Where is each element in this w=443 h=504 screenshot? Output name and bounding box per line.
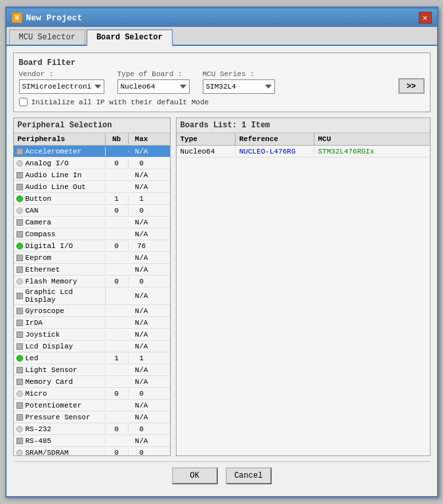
peripheral-max: N/A [129,230,155,239]
peripheral-row[interactable]: Compass N/A [14,228,170,240]
board-filter-section: Board Filter Vendor : SIMicroelectronics… [13,52,431,112]
peripheral-row[interactable]: Accelerometer N/A [14,146,170,158]
peripheral-name: Accelerometer [14,147,106,156]
peripheral-max: N/A [129,291,155,301]
init-ip-checkbox[interactable] [19,98,28,106]
filter-row: Vendor : SIMicroelectronics... Type of B… [19,70,425,94]
peripheral-name: Compass [14,230,106,239]
arrow-button[interactable]: >> [398,78,425,94]
peripheral-title: Peripheral Selection [14,118,170,133]
peripheral-name: Camera [14,218,106,227]
board-mcu: STM32L476RGIx [314,146,430,157]
peripheral-max: N/A [129,330,155,339]
peripheral-name: Audio Line Out [14,182,106,192]
peripheral-panel: Peripheral Selection Peripherals Nb Max … [13,117,171,456]
peripheral-max: 1 [129,354,155,363]
peripheral-row[interactable]: Analog I/O 0 0 [14,158,170,169]
peripheral-row[interactable]: Audio Line Out N/A [14,181,170,193]
peripheral-row[interactable]: Pressure Sensor N/A [14,411,170,423]
bottom-panels: Peripheral Selection Peripherals Nb Max … [13,117,431,456]
peripheral-nb: 0 [106,448,129,456]
ok-button[interactable]: OK [172,467,218,484]
series-select[interactable]: SIM32L4 [203,79,275,94]
tab-mcu-selector[interactable]: MCU Selector [9,30,85,45]
peripheral-max: N/A [129,318,155,327]
gray-indicator [16,160,23,167]
peripheral-nb [106,175,129,176]
peripheral-row[interactable]: Led 1 1 [14,352,170,364]
filter-title: Board Filter [19,58,425,68]
title-bar: N New Project ✕ [7,9,437,27]
vendor-label: Vendor : [19,70,104,78]
tab-board-selector[interactable]: Board Selector [87,30,173,46]
peripheral-row[interactable]: Digital I/O 0 76 [14,240,170,252]
peripheral-max: N/A [129,366,155,375]
cancel-button[interactable]: Cancel [226,467,272,484]
board-reference: NUCLEO-L476RG [236,146,314,157]
peripheral-row[interactable]: Eeprom N/A [14,252,170,264]
peripheral-row[interactable]: Camera N/A [14,217,170,228]
peripheral-max: 0 [129,425,155,434]
peripheral-nb [106,151,129,152]
square-indicator [16,231,23,238]
square-indicator [16,148,23,155]
peripheral-nb [106,369,129,371]
peripheral-row[interactable]: Graphic Lcd Display N/A [14,287,170,305]
gray-indicator [16,390,23,397]
peripheral-name: Potentiometer [14,401,106,410]
peripheral-row[interactable]: Memory Card N/A [14,376,170,388]
peripheral-nb: 0 [106,425,129,434]
peripheral-row[interactable]: SRAM/SDRAM 0 0 [14,447,170,455]
peripheral-row[interactable]: CAN 0 0 [14,205,170,217]
peripheral-row[interactable]: Flash Memory 0 0 [14,276,170,287]
peripheral-nb: 0 [106,159,129,168]
peripheral-max: N/A [129,436,155,446]
peripheral-row[interactable]: Audio Line In N/A [14,169,170,181]
peripheral-max: N/A [129,182,155,192]
content-area: Board Filter Vendor : SIMicroelectronics… [7,46,437,496]
peripheral-nb [106,346,129,347]
peripheral-name: Light Sensor [14,366,106,375]
peripheral-row[interactable]: Joystick N/A [14,329,170,341]
peripheral-row[interactable]: RS-485 N/A [14,435,170,447]
boards-header: Type Reference MCU [177,133,430,146]
peripheral-row[interactable]: RS-232 0 0 [14,423,170,435]
type-select[interactable]: Nucleo64 [117,79,190,94]
peripheral-row[interactable]: Button 1 1 [14,193,170,205]
peripheral-max: 76 [129,242,155,251]
peripheral-row[interactable]: Micro 0 0 [14,388,170,400]
peripheral-name: Analog I/O [14,159,106,168]
peripheral-nb [106,440,129,442]
board-row[interactable]: Nucleo64 NUCLEO-L476RG STM32L476RGIx [177,146,430,158]
peripheral-name: Joystick [14,330,106,339]
type-label: Type of Board : [117,70,190,78]
peripheral-row[interactable]: Potentiometer N/A [14,400,170,411]
peripheral-name: Lcd Display [14,342,106,351]
peripheral-row[interactable]: Ethernet N/A [14,264,170,276]
main-window: N New Project ✕ MCU Selector Board Selec… [5,7,438,497]
vendor-select[interactable]: SIMicroelectronics... [19,79,104,94]
peripheral-row[interactable]: IrDA N/A [14,317,170,329]
peripheral-name: Button [14,194,106,203]
peripheral-nb: 1 [106,354,129,363]
close-button[interactable]: ✕ [419,12,432,24]
peripheral-nb [106,334,129,335]
peripheral-name: SRAM/SDRAM [14,448,106,456]
footer: OK Cancel [13,461,431,490]
peripheral-name: Micro [14,389,106,398]
peripheral-max: 0 [129,389,155,398]
col-ref-header: Reference [236,133,314,145]
peripheral-row[interactable]: Light Sensor N/A [14,364,170,376]
peripheral-max: N/A [129,342,155,351]
gray-indicator [16,278,23,285]
peripheral-max: N/A [129,171,155,180]
peripheral-max: 0 [129,206,155,215]
peripheral-header: Peripherals Nb Max [14,133,170,146]
peripheral-nb [106,405,129,406]
peripheral-nb [106,295,129,297]
peripheral-row[interactable]: Gyroscope N/A [14,305,170,317]
vendor-field: Vendor : SIMicroelectronics... [19,70,104,94]
peripheral-row[interactable]: Lcd Display N/A [14,341,170,352]
col-type-header: Type [177,133,236,145]
square-indicator [16,402,23,409]
